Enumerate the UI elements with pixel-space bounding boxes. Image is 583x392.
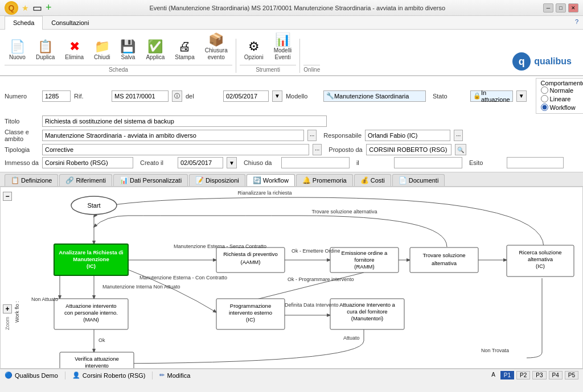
tab-promemoria[interactable]: 🔔 Promemoria: [296, 174, 353, 186]
radio-normale-input[interactable]: [541, 86, 548, 94]
svg-text:(IC): (IC): [87, 263, 96, 269]
svg-text:Trovare soluzione: Trovare soluzione: [422, 252, 465, 258]
tipologia-dots-button[interactable]: ···: [313, 144, 322, 155]
tab-disposizioni[interactable]: 📝 Disposizioni: [189, 174, 245, 186]
proposto-da-field[interactable]: [366, 144, 451, 155]
ribbon-sep-2: [299, 39, 300, 73]
tab-promemoria-label: Promemoria: [313, 177, 347, 184]
qualibus-text: qualibus: [534, 56, 572, 67]
svg-text:Attuazione Intervento a: Attuazione Intervento a: [339, 302, 395, 308]
responsabile-dots-button[interactable]: ···: [454, 130, 463, 141]
strumenti-buttons: ⚙ Opzioni 📊 Modelli Eventi: [240, 32, 297, 64]
app-logo: Q: [5, 1, 18, 15]
comportamento-box: Comportamento: Normale Lineare Workflow: [536, 78, 583, 114]
svg-text:(AAMM): (AAMM): [241, 259, 261, 265]
tab-dati-personalizzati[interactable]: 📊 Dati Personalizzati: [113, 174, 188, 186]
chiuso-da-field[interactable]: [281, 157, 350, 168]
ribbon-toolbar: 📄 Nuovo 📋 Duplica ✖ Elimina 📁 Chiudi 💾 S…: [0, 30, 583, 76]
form-row-5: Immesso da Creato il ▼ Chiuso da il Esit…: [5, 157, 578, 168]
minimize-button[interactable]: ─: [543, 3, 553, 13]
proposto-da-search-button[interactable]: 🔍: [455, 144, 466, 155]
window-icon[interactable]: ▭: [32, 2, 42, 14]
ribbon-group-online: Online: [303, 63, 320, 73]
radio-normale-label: Normale: [550, 87, 574, 94]
chiusura-evento-button[interactable]: 📦 Chiusura evento: [200, 32, 232, 63]
classe-ambito-field[interactable]: [42, 130, 304, 141]
scheda-buttons: 📄 Nuovo 📋 Duplica ✖ Elimina 📁 Chiudi 💾 S…: [5, 32, 232, 64]
titolo-field[interactable]: [42, 115, 327, 127]
tab-definizione[interactable]: 📋 Definizione: [5, 174, 58, 186]
svg-text:Ok - Programmare intervento: Ok - Programmare intervento: [288, 277, 354, 282]
rif-field[interactable]: [112, 90, 169, 102]
del-field[interactable]: [223, 90, 269, 102]
radio-lineare-input[interactable]: [541, 95, 548, 102]
tab-workflow-label: Workflow: [263, 177, 289, 184]
classe-ambito-dots-button[interactable]: ···: [307, 130, 317, 141]
workflow-svg: Start Analizzare la Richiesta di Manuten…: [14, 187, 578, 369]
tab-riferimenti[interactable]: 🔗 Riferimenti: [59, 174, 112, 186]
creato-il-calendar-button[interactable]: ▼: [227, 157, 237, 168]
stato-icon: 🔒: [473, 92, 481, 100]
svg-text:Richiesta di preventivo: Richiesta di preventivo: [223, 251, 278, 257]
p1-button[interactable]: P1: [500, 371, 514, 379]
tab-costi[interactable]: 💰 Costi: [354, 174, 391, 186]
p3-button[interactable]: P3: [532, 371, 546, 379]
svg-text:fornitore: fornitore: [355, 257, 375, 263]
svg-text:Emissione ordine a: Emissione ordine a: [342, 250, 388, 256]
tab-documenti[interactable]: 📄 Documenti: [392, 174, 445, 186]
tab-workflow[interactable]: 🔄 Workflow: [247, 174, 295, 186]
stato-dropdown-button[interactable]: ▼: [516, 90, 527, 102]
applica-label: Applica: [146, 54, 165, 61]
p2-button[interactable]: P2: [516, 371, 530, 379]
salva-button[interactable]: 💾 Salva: [116, 39, 140, 63]
immesso-da-field[interactable]: [42, 157, 133, 168]
p4-button[interactable]: P4: [549, 371, 563, 379]
il-field[interactable]: [394, 157, 462, 168]
svg-text:(IC): (IC): [536, 263, 545, 269]
p5-button[interactable]: P5: [565, 371, 578, 379]
svg-text:Start: Start: [87, 202, 100, 209]
del-calendar-button[interactable]: ▼: [272, 90, 282, 102]
radio-workflow-input[interactable]: [541, 104, 548, 111]
elimina-button[interactable]: ✖ Elimina: [60, 39, 88, 63]
svg-text:Attuazione intervento: Attuazione intervento: [65, 303, 116, 309]
chiudi-label: Chiudi: [94, 54, 110, 61]
stato-field: 🔒 In attuazione: [470, 90, 513, 102]
help-icon[interactable]: ?: [570, 16, 583, 29]
status-bar: 🔵 Qualibus Demo 👤 Corsini Roberto (RSG) …: [0, 369, 583, 381]
tab-riferimenti-label: Riferimenti: [76, 177, 106, 184]
tab-consultazioni[interactable]: Consultazioni: [43, 16, 97, 29]
svg-text:alternativa: alternativa: [528, 256, 553, 262]
tab-scheda[interactable]: Scheda: [5, 16, 43, 30]
svg-text:Work flo :: Work flo :: [14, 301, 20, 323]
il-label: il: [356, 159, 391, 166]
corsini-label: Corsini Roberto (RSG): [83, 372, 146, 379]
classe-ambito-label: Classe e ambito: [5, 129, 39, 142]
esito-field[interactable]: [507, 157, 564, 168]
chiudi-button[interactable]: 📁 Chiudi: [89, 39, 114, 63]
responsabile-field[interactable]: [365, 130, 450, 141]
applica-button[interactable]: ✅ Applica: [141, 39, 169, 63]
nuovo-button[interactable]: 📄 Nuovo: [5, 39, 30, 63]
page-buttons: A P1 P2 P3 P4 P5: [488, 371, 578, 379]
stampa-icon: 🖨: [178, 40, 191, 53]
proposto-da-label: Proposto da: [329, 146, 363, 153]
chiusura-evento-icon: 📦: [208, 34, 224, 46]
modelli-eventi-icon: 📊: [275, 34, 290, 46]
zoom-out-button[interactable]: −: [3, 192, 12, 201]
stampa-button[interactable]: 🖨 Stampa: [170, 39, 199, 63]
zoom-label: Zoom: [5, 317, 10, 330]
modelli-eventi-button[interactable]: 📊 Modelli Eventi: [269, 32, 297, 63]
maximize-button[interactable]: □: [556, 3, 566, 13]
tipologia-field[interactable]: [42, 144, 309, 155]
duplica-button[interactable]: 📋 Duplica: [31, 39, 59, 63]
form-section: Numero Rif. ⓘ del ▼ Modello 🔧 Manutenzio…: [0, 76, 583, 172]
numero-field[interactable]: [42, 90, 71, 102]
opzioni-button[interactable]: ⚙ Opzioni: [240, 39, 268, 63]
close-button[interactable]: ✕: [568, 3, 578, 13]
creato-il-field[interactable]: [178, 157, 223, 168]
zoom-in-button[interactable]: +: [3, 304, 12, 313]
rif-info-button[interactable]: ⓘ: [172, 90, 182, 102]
svg-text:con personale interno.: con personale interno.: [64, 310, 118, 316]
add-icon[interactable]: +: [46, 2, 52, 14]
